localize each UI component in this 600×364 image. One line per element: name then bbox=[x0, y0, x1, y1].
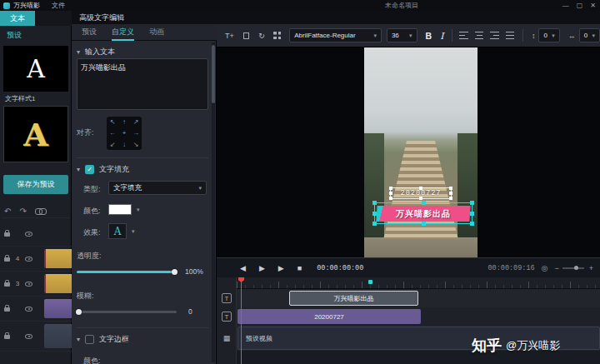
align-down-left-icon[interactable]: ↙ bbox=[110, 141, 116, 148]
type-label: 类型: bbox=[83, 184, 101, 195]
clip-fragment[interactable] bbox=[44, 299, 72, 318]
border-color-label: 颜色: bbox=[83, 356, 101, 364]
zoom-out-button[interactable]: − bbox=[554, 264, 558, 272]
crop-icon[interactable] bbox=[242, 32, 250, 40]
section-input-text[interactable]: ▾ 输入文本 bbox=[77, 47, 115, 57]
text-input[interactable]: 万兴喵影出品 bbox=[77, 58, 208, 110]
tab-custom[interactable]: 自定义 bbox=[112, 24, 134, 41]
lock-icon[interactable] bbox=[4, 257, 10, 262]
text-style-card-1[interactable]: A bbox=[3, 46, 68, 92]
font-toolbar: T+ ↻ AbrilFatface-Regular ▾ 36 ▾ B I ↕ 0… bbox=[217, 24, 600, 47]
align-right-button[interactable] bbox=[490, 32, 498, 39]
chevron-down-icon[interactable]: ▾ bbox=[77, 336, 80, 343]
banner-text-overlay[interactable]: 万兴喵影出品 bbox=[374, 202, 472, 224]
font-size-select[interactable]: 36 ▾ bbox=[387, 28, 418, 42]
lock-icon[interactable] bbox=[4, 232, 10, 237]
chevron-down-icon[interactable]: ▾ bbox=[77, 166, 80, 173]
clip-fragment[interactable] bbox=[44, 249, 72, 268]
rotate-icon[interactable]: ↻ bbox=[258, 32, 265, 40]
align-right-icon[interactable]: → bbox=[132, 129, 139, 137]
fill-color-swatch[interactable] bbox=[108, 204, 132, 215]
lock-icon[interactable] bbox=[4, 335, 10, 339]
section-text-fill[interactable]: ▾ ✓ 文字填充 bbox=[77, 164, 129, 175]
chevron-down-icon[interactable]: ▾ bbox=[132, 228, 135, 235]
fill-type-select[interactable]: 文字填充 ▾ bbox=[108, 181, 207, 195]
eye-icon[interactable] bbox=[25, 282, 32, 287]
prev-frame-button[interactable]: ◀ bbox=[240, 264, 246, 272]
text-style-card-2[interactable]: A bbox=[3, 106, 68, 162]
chevron-down-icon[interactable]: ▾ bbox=[137, 207, 140, 213]
add-text-icon[interactable]: T+ bbox=[225, 32, 234, 40]
timeline-ruler[interactable] bbox=[237, 277, 600, 289]
tab-text[interactable]: 文本 bbox=[0, 11, 35, 26]
date-text-overlay[interactable]: 20200727 bbox=[390, 187, 452, 199]
track-header bbox=[0, 322, 72, 352]
align-justify-button[interactable] bbox=[506, 32, 514, 39]
align-label: 对齐: bbox=[77, 127, 94, 138]
tab-preset[interactable]: 预设 bbox=[82, 24, 97, 41]
video-track-icon: ▦ bbox=[223, 334, 231, 342]
snapshot-icon[interactable]: ◎ bbox=[542, 264, 548, 272]
undo-icon[interactable]: ↶ bbox=[4, 207, 11, 216]
eye-icon[interactable] bbox=[25, 257, 32, 262]
tab-animation[interactable]: 动画 bbox=[149, 24, 164, 41]
align-up-icon[interactable]: ↑ bbox=[122, 118, 126, 126]
border-checkbox[interactable] bbox=[85, 335, 94, 344]
playhead[interactable] bbox=[241, 277, 242, 364]
blur-label: 模糊: bbox=[77, 291, 94, 302]
align-left-icon[interactable]: ← bbox=[109, 129, 116, 137]
blur-slider-knob[interactable] bbox=[76, 309, 82, 315]
line-spacing-select[interactable]: 0 ▾ bbox=[538, 28, 559, 42]
bold-button[interactable]: B bbox=[426, 31, 432, 41]
clip-fragment[interactable] bbox=[44, 274, 72, 293]
opacity-slider[interactable] bbox=[77, 271, 177, 273]
style-glyph: A bbox=[23, 116, 48, 153]
zoom-in-button[interactable]: + bbox=[589, 264, 593, 272]
align-down-icon[interactable]: ↓ bbox=[122, 141, 126, 148]
align-center-button[interactable] bbox=[475, 32, 483, 39]
play-button[interactable]: ▶ bbox=[259, 264, 265, 272]
fill-effect-button[interactable]: A bbox=[108, 223, 127, 239]
stop-button[interactable]: ■ bbox=[298, 264, 302, 272]
lock-icon[interactable] bbox=[4, 307, 10, 312]
align-center-icon[interactable]: + bbox=[122, 129, 127, 137]
eye-icon[interactable] bbox=[25, 307, 32, 312]
section-text-border[interactable]: ▾ 文字边框 bbox=[77, 334, 129, 345]
link-icon[interactable] bbox=[35, 208, 45, 214]
panel-scrollbar[interactable] bbox=[212, 42, 215, 362]
chevron-down-icon[interactable]: ▾ bbox=[77, 48, 80, 56]
align-up-left-icon[interactable]: ↖ bbox=[110, 118, 116, 126]
video-canvas[interactable] bbox=[364, 47, 478, 257]
italic-button[interactable]: I bbox=[440, 31, 443, 41]
zoom-slider-knob[interactable] bbox=[574, 266, 578, 270]
fill-checkbox[interactable]: ✓ bbox=[85, 165, 94, 174]
close-button[interactable]: ✕ bbox=[590, 2, 596, 9]
date-clip[interactable]: 20200727 bbox=[238, 309, 421, 324]
next-frame-button[interactable]: ▶ bbox=[278, 264, 284, 272]
align-up-right-icon[interactable]: ↗ bbox=[133, 118, 139, 126]
blur-slider[interactable] bbox=[77, 311, 177, 313]
timeline-marker-icon[interactable] bbox=[368, 280, 372, 284]
letter-spacing-icon: ↔ bbox=[568, 32, 576, 40]
opacity-slider-knob[interactable] bbox=[172, 269, 178, 275]
menu-file[interactable]: 文件 bbox=[52, 1, 65, 10]
letter-spacing-select[interactable]: 0 ▾ bbox=[579, 28, 600, 42]
align-left-button[interactable] bbox=[459, 32, 468, 39]
editor-tabs: 预设 自定义 动画 bbox=[72, 24, 217, 41]
nav-preset[interactable]: 预设 bbox=[7, 30, 22, 41]
layout-grid-icon[interactable] bbox=[273, 32, 281, 39]
zoom-slider[interactable] bbox=[562, 267, 584, 269]
minimize-button[interactable]: — bbox=[562, 2, 569, 9]
clip-fragment[interactable] bbox=[44, 324, 72, 348]
eye-icon[interactable] bbox=[25, 232, 32, 237]
eye-icon[interactable] bbox=[25, 334, 32, 339]
font-family-select[interactable]: AbrilFatface-Regular ▾ bbox=[289, 28, 382, 42]
redo-icon[interactable]: ↷ bbox=[19, 207, 26, 216]
align-widget[interactable]: ↖ ↑ ↗ ← + → ↙ ↓ ↘ bbox=[107, 117, 142, 150]
lock-icon[interactable] bbox=[4, 282, 10, 287]
align-down-right-icon[interactable]: ↘ bbox=[133, 141, 139, 148]
maximize-button[interactable]: ▢ bbox=[577, 2, 583, 9]
save-preset-button[interactable]: 保存为预设 bbox=[3, 175, 68, 194]
check-icon: ✓ bbox=[87, 166, 92, 173]
title-clip[interactable]: 万兴喵影出品 bbox=[289, 291, 418, 306]
